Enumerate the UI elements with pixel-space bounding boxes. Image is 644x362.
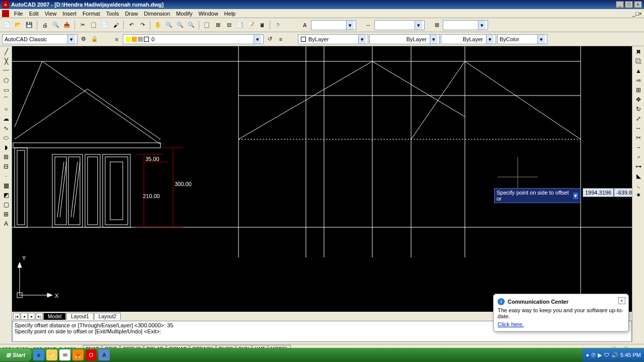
trim-icon[interactable]: ✂ [633, 133, 643, 142]
zoom-rt-icon[interactable]: 🔍 [164, 20, 174, 30]
taskbar-opera-icon[interactable]: O [86, 349, 97, 360]
menu-insert[interactable]: Insert [59, 10, 79, 18]
erase-icon[interactable]: ✖ [633, 47, 643, 56]
taskbar-ie-icon[interactable]: e [33, 349, 44, 360]
drawing-canvas[interactable]: 35.00 210.00 300.00 Y X Specif [12, 46, 632, 312]
tool-palettes-icon[interactable]: ⊟ [224, 20, 234, 30]
sheet-set-icon[interactable]: 📑 [235, 20, 245, 30]
taskbar-explorer-icon[interactable]: 📁 [46, 349, 57, 360]
offset-icon[interactable]: ⥤ [633, 76, 643, 85]
help-icon[interactable]: ? [273, 20, 283, 30]
table-icon[interactable]: ⊞ [1, 210, 11, 219]
menu-dimension[interactable]: Dimension [141, 10, 173, 18]
explode-icon[interactable]: ✷ [633, 191, 643, 200]
workspace-lock-icon[interactable]: 🔒 [90, 34, 100, 44]
tablestyle-icon[interactable]: ⊞ [432, 20, 442, 30]
layer-prev-icon[interactable]: ↺ [265, 34, 275, 44]
zoom-win-icon[interactable]: 🔍 [175, 20, 185, 30]
pline-icon[interactable]: 〰 [1, 66, 11, 75]
rotate-icon[interactable]: ↻ [633, 105, 643, 114]
start-button[interactable]: ⊞ Start [0, 348, 31, 361]
open-icon[interactable]: 📂 [13, 20, 23, 30]
tab-layout1[interactable]: Layout1 [66, 313, 94, 320]
menu-draw[interactable]: Draw [122, 10, 141, 18]
spline-icon[interactable]: ∿ [1, 124, 11, 133]
new-icon[interactable]: 📄 [2, 20, 12, 30]
copy-obj-icon[interactable]: ⿻ [633, 57, 643, 66]
plotstyle-dropdown[interactable]: ByColor ▾ [497, 34, 547, 44]
region-icon[interactable]: ▢ [1, 200, 11, 209]
tab-layout2[interactable]: Layout2 [94, 313, 121, 320]
pan-icon[interactable]: ✋ [153, 20, 163, 30]
linetype-dropdown[interactable]: ByLayer ▾ [369, 34, 440, 44]
ellipse-arc-icon[interactable]: ◗ [1, 143, 11, 152]
menu-modify[interactable]: Modify [173, 10, 195, 18]
dimstyle-icon[interactable]: ↔ [363, 20, 373, 30]
move-icon[interactable]: ✥ [633, 95, 643, 104]
print-icon[interactable]: 🖨 [40, 20, 50, 30]
layer-dropdown[interactable]: 0 ▾ [123, 34, 264, 44]
copy-icon[interactable]: 📋 [89, 20, 99, 30]
zoom-prev-icon[interactable]: 🔍 [186, 20, 196, 30]
polygon-icon[interactable]: ⬠ [1, 76, 11, 85]
menu-tools[interactable]: Tools [103, 10, 122, 18]
tablestyle-dropdown[interactable]: ▾ [443, 20, 488, 30]
textstyle-dropdown[interactable]: ▾ [311, 20, 356, 30]
close-button[interactable]: × [634, 1, 642, 8]
redo-icon[interactable]: ↷ [137, 20, 147, 30]
calc-icon[interactable]: 🖩 [257, 20, 267, 30]
circle-icon[interactable]: ○ [1, 105, 11, 114]
extend-icon[interactable]: → [633, 143, 643, 152]
arc-icon[interactable]: ⌒ [1, 95, 11, 104]
dimstyle-dropdown[interactable]: ▾ [374, 20, 425, 30]
save-icon[interactable]: 💾 [24, 20, 34, 30]
tray-icon-5[interactable]: 🔊 [611, 352, 618, 358]
mdi-close-button[interactable]: × [639, 11, 642, 17]
paste-icon[interactable]: 📄 [100, 20, 110, 30]
match-icon[interactable]: 🖌 [111, 20, 121, 30]
tab-model[interactable]: Model [43, 313, 66, 320]
taskbar-autocad-icon[interactable]: A [99, 349, 110, 360]
menu-window[interactable]: Window [195, 10, 221, 18]
layer-states-icon[interactable]: ≡ [276, 34, 286, 44]
workspace-dropdown[interactable]: AutoCAD Classic ▾ [2, 34, 77, 44]
tray-icon-2[interactable]: ⧁ [591, 352, 596, 358]
insert-block-icon[interactable]: ⊞ [1, 152, 11, 161]
workspace-settings-icon[interactable]: ⚙ [78, 34, 89, 44]
rectangle-icon[interactable]: ▭ [1, 85, 11, 95]
tray-icon-3[interactable]: ▶ [598, 352, 602, 358]
tab-prev-icon[interactable]: ◂ [21, 313, 28, 320]
fillet-icon[interactable]: ◟ [633, 181, 643, 190]
color-dropdown[interactable]: ByLayer ▾ [298, 34, 368, 44]
break-icon[interactable]: ⌿ [633, 152, 643, 161]
make-block-icon[interactable]: ⊟ [1, 162, 11, 171]
revcloud-icon[interactable]: ☁ [1, 114, 11, 123]
layer-manager-icon[interactable]: ≡ [112, 34, 122, 44]
minimize-button[interactable]: _ [616, 1, 624, 8]
menu-format[interactable]: Format [79, 10, 103, 18]
design-center-icon[interactable]: ⊞ [213, 20, 223, 30]
tray-clock[interactable]: 5:45 PM [620, 352, 641, 358]
tab-last-icon[interactable]: ▸| [36, 313, 43, 320]
tab-next-icon[interactable]: ▸ [28, 313, 35, 320]
point-icon[interactable]: · [1, 171, 11, 180]
tray-icon-4[interactable]: 🛡 [604, 352, 609, 358]
stretch-icon[interactable]: ↔ [633, 124, 643, 133]
markup-icon[interactable]: 📝 [246, 20, 256, 30]
taskbar-outlook-icon[interactable]: ✉ [59, 349, 70, 360]
xline-icon[interactable]: ╳ [1, 57, 11, 66]
undo-icon[interactable]: ↶ [126, 20, 136, 30]
ellipse-icon[interactable]: ⬭ [1, 133, 11, 142]
chamfer-icon[interactable]: ◣ [633, 171, 643, 180]
mdi-restore-button[interactable]: □ [635, 11, 639, 17]
tray-icon-1[interactable]: ● [586, 352, 589, 358]
properties-icon[interactable]: 📋 [202, 20, 212, 30]
publish-icon[interactable]: 📤 [62, 20, 72, 30]
gradient-icon[interactable]: ◩ [1, 191, 11, 200]
taskbar-firefox-icon[interactable]: 🦊 [72, 349, 84, 360]
preview-icon[interactable]: 🔍 [51, 20, 61, 30]
tab-first-icon[interactable]: |◂ [13, 313, 20, 320]
menu-help[interactable]: Help [221, 10, 239, 18]
comm-close-button[interactable]: × [618, 297, 625, 304]
hatch-icon[interactable]: ▦ [1, 181, 11, 190]
